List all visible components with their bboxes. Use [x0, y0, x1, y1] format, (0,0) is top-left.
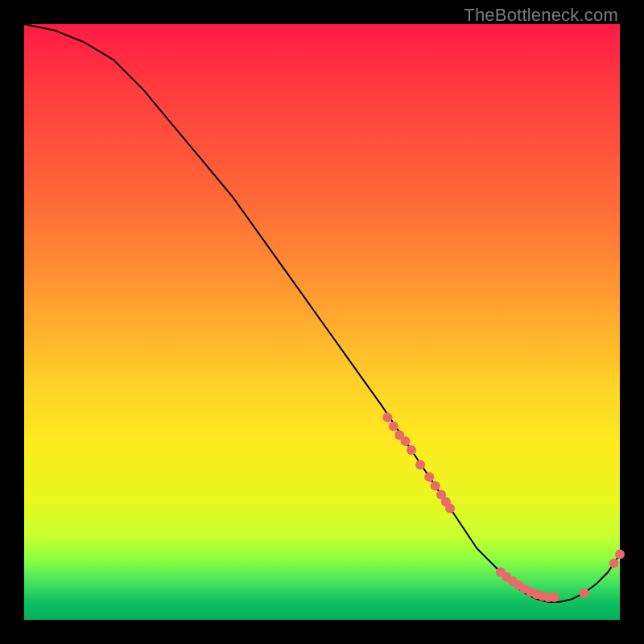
chart-svg — [24, 24, 620, 620]
plot-area — [24, 24, 620, 620]
data-marker — [445, 504, 455, 514]
data-marker — [389, 422, 398, 431]
watermark-text: TheBottleneck.com — [464, 5, 618, 26]
data-marker — [431, 481, 440, 491]
data-marker — [580, 588, 589, 598]
data-marker — [550, 592, 559, 602]
data-marker — [407, 445, 416, 455]
chart-frame: TheBottleneck.com — [0, 0, 644, 644]
curve-line — [24, 24, 620, 602]
data-marker — [415, 460, 425, 470]
data-marker — [424, 472, 434, 481]
data-marker — [609, 559, 619, 568]
marker-group — [382, 412, 625, 602]
data-marker — [615, 550, 625, 559]
data-marker — [382, 412, 392, 422]
data-marker — [401, 436, 411, 446]
